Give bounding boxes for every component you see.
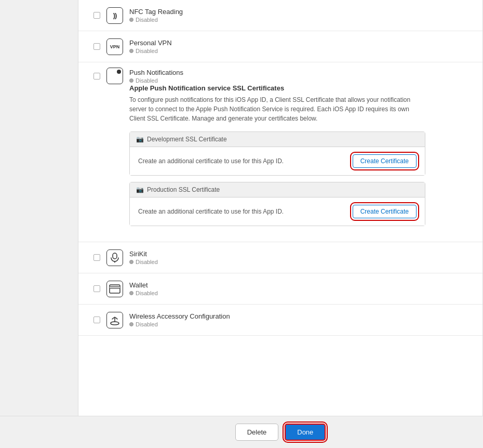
sirikit-checkbox[interactable] <box>93 254 100 261</box>
sirikit-icon <box>106 249 123 266</box>
capability-row-push: Push Notifications Disabled Apple Push N… <box>78 62 482 242</box>
prod-create-certificate-button[interactable]: Create Certificate <box>353 205 417 218</box>
done-btn-wrapper: Done <box>285 424 326 441</box>
wallet-status: Disabled <box>129 290 472 296</box>
nfc-info: NFC Tag Reading Disabled <box>129 8 472 23</box>
svg-point-6 <box>111 322 119 325</box>
sirikit-status-dot <box>129 260 133 264</box>
sidebar <box>0 0 78 448</box>
svg-rect-2 <box>110 285 120 293</box>
ssl-title: Apple Push Notification service SSL Cert… <box>129 84 472 92</box>
delete-button[interactable]: Delete <box>235 424 279 441</box>
done-button[interactable]: Done <box>285 424 326 441</box>
vpn-info: Personal VPN Disabled <box>129 39 472 54</box>
wallet-icon <box>106 281 123 297</box>
capability-row-nfc: )) NFC Tag Reading Disabled <box>78 0 482 31</box>
svg-rect-3 <box>110 286 120 288</box>
prod-ssl-icon: 📷 <box>136 186 144 193</box>
push-checkbox[interactable] <box>93 73 100 80</box>
dev-ssl-block: 📷 Development SSL Certificate Create an … <box>129 131 425 176</box>
dev-ssl-header: 📷 Development SSL Certificate <box>130 132 425 147</box>
nfc-status-dot <box>129 18 133 22</box>
capability-row-vpn: VPN Personal VPN Disabled <box>78 31 482 62</box>
push-dot <box>117 70 121 74</box>
capability-row-wallet: Wallet Disabled <box>78 273 482 305</box>
ssl-spacer <box>129 176 472 182</box>
capability-row-wireless: Wireless Accessory Configuration Disable… <box>78 305 482 336</box>
sirikit-info: SiriKit Disabled <box>129 250 472 265</box>
push-info: Push Notifications Disabled <box>129 69 472 84</box>
wireless-name: Wireless Accessory Configuration <box>129 312 472 320</box>
footer-buttons: Delete Done <box>235 424 326 441</box>
nfc-name: NFC Tag Reading <box>129 8 472 16</box>
vpn-name: Personal VPN <box>129 39 472 47</box>
content-spacer <box>78 336 482 367</box>
dev-cert-btn-wrapper: Create Certificate <box>353 154 417 168</box>
wallet-info: Wallet Disabled <box>129 281 472 296</box>
nfc-status: Disabled <box>129 17 472 23</box>
prod-ssl-text: Create an additional certificate to use … <box>138 208 284 215</box>
push-icon <box>106 68 123 84</box>
wallet-name: Wallet <box>129 281 472 289</box>
nfc-checkbox[interactable] <box>93 12 100 19</box>
push-name: Push Notifications <box>129 69 472 76</box>
nfc-icon: )) <box>106 7 123 24</box>
wireless-svg <box>109 315 120 325</box>
prod-ssl-block: 📷 Production SSL Certificate Create an a… <box>129 182 425 226</box>
wireless-status: Disabled <box>129 321 472 327</box>
prod-ssl-body: Create an additional certificate to use … <box>130 197 425 226</box>
svg-rect-0 <box>113 253 117 259</box>
microphone-svg <box>110 253 119 263</box>
sirikit-status: Disabled <box>129 259 472 265</box>
prod-ssl-label: Production SSL Certificate <box>147 186 220 193</box>
push-status: Disabled <box>129 77 472 84</box>
push-ssl-content: Apple Push Notification service SSL Cert… <box>89 84 472 236</box>
dev-create-certificate-button[interactable]: Create Certificate <box>353 154 417 168</box>
page-wrapper: )) NFC Tag Reading Disabled VPN <box>0 0 483 448</box>
vpn-status: Disabled <box>129 48 472 54</box>
footer-bar: Delete Done <box>0 416 483 448</box>
dev-ssl-body: Create an additional certificate to use … <box>130 147 425 175</box>
prod-cert-btn-wrapper: Create Certificate <box>353 205 417 218</box>
dev-ssl-text: Create an additional certificate to use … <box>138 157 284 165</box>
wireless-info: Wireless Accessory Configuration Disable… <box>129 312 472 327</box>
vpn-icon: VPN <box>106 38 123 55</box>
vpn-checkbox[interactable] <box>93 43 100 50</box>
dev-ssl-label: Development SSL Certificate <box>147 136 227 143</box>
wireless-checkbox[interactable] <box>93 317 100 323</box>
dev-ssl-icon: 📷 <box>136 136 144 143</box>
wireless-status-dot <box>129 322 133 326</box>
prod-ssl-header: 📷 Production SSL Certificate <box>130 182 425 197</box>
capability-row-sirikit: SiriKit Disabled <box>78 242 482 273</box>
push-status-dot <box>129 78 133 83</box>
wireless-icon <box>106 312 123 328</box>
wallet-checkbox[interactable] <box>93 285 100 292</box>
wallet-status-dot <box>129 291 133 295</box>
vpn-status-dot <box>129 49 133 53</box>
push-row-header: Push Notifications Disabled <box>89 68 472 84</box>
sirikit-name: SiriKit <box>129 250 472 258</box>
wallet-svg <box>109 284 120 294</box>
ssl-description: To configure push notifications for this… <box>129 95 420 123</box>
